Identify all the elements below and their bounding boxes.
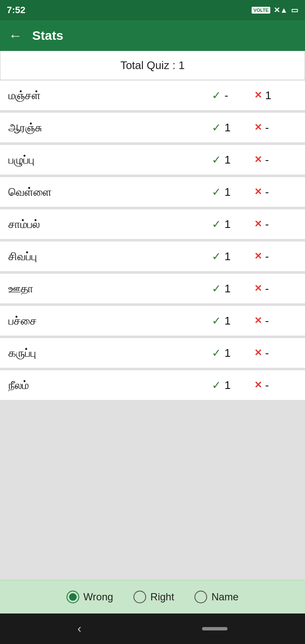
table-row: சிவப்பு ✓ 1 ✕ - xyxy=(0,241,305,272)
wrong-value: - xyxy=(265,218,269,231)
cross-icon: ✕ xyxy=(254,219,262,230)
check-icon: ✓ xyxy=(212,314,221,328)
app-bar: ← Stats xyxy=(0,20,305,51)
row-name: சாம்பல் xyxy=(8,218,212,231)
back-button[interactable]: ← xyxy=(8,28,22,44)
table-row: பழுப்பு ✓ 1 ✕ - xyxy=(0,144,305,175)
row-name: பழுப்பு xyxy=(8,153,212,167)
wrong-value: - xyxy=(265,379,269,392)
row-wrong: ✕ - xyxy=(254,347,297,360)
wrong-value: - xyxy=(265,186,269,199)
row-name: சிவப்பு xyxy=(8,250,212,263)
correct-value: 1 xyxy=(225,186,230,199)
nav-home-button[interactable] xyxy=(202,627,227,630)
filter-right[interactable]: Right xyxy=(133,591,174,603)
correct-value: 1 xyxy=(225,347,230,360)
filter-name-label: Name xyxy=(211,591,238,603)
row-name: வெள்ளை xyxy=(8,186,212,199)
correct-value: 1 xyxy=(225,153,230,167)
row-correct: ✓ 1 xyxy=(212,379,254,392)
check-icon: ✓ xyxy=(212,379,221,392)
correct-value: 1 xyxy=(225,379,230,392)
correct-value: 1 xyxy=(225,282,230,295)
row-name: பச்சை xyxy=(8,314,212,328)
bottom-filter-bar: Wrong Right Name xyxy=(0,580,305,613)
filter-right-label: Right xyxy=(150,591,174,603)
cross-icon: ✕ xyxy=(254,154,262,165)
table-row: கருப்பு ✓ 1 ✕ - xyxy=(0,338,305,368)
signal-icon: ✕▲ xyxy=(274,6,288,15)
wrong-value: - xyxy=(265,282,269,295)
table-row: ஆரஞ்சு ✓ 1 ✕ - xyxy=(0,112,305,143)
quiz-rows-container: மஞ்சள் ✓ - ✕ 1 ஆரஞ்சு ✓ 1 ✕ - பழுப்பு ✓ xyxy=(0,80,305,400)
correct-value: 1 xyxy=(225,314,230,328)
row-name: ஊதா xyxy=(8,282,212,295)
table-row: வெள்ளை ✓ 1 ✕ - xyxy=(0,177,305,207)
status-icons: VOLTE ✕▲ ▭ xyxy=(252,6,298,15)
navigation-bar: ‹ xyxy=(0,613,305,644)
row-correct: ✓ 1 xyxy=(212,121,254,134)
check-icon: ✓ xyxy=(212,347,221,360)
row-correct: ✓ 1 xyxy=(212,186,254,199)
correct-value: - xyxy=(225,89,228,102)
table-row: பச்சை ✓ 1 ✕ - xyxy=(0,305,305,336)
cross-icon: ✕ xyxy=(254,347,262,358)
nav-back-button[interactable]: ‹ xyxy=(78,622,81,636)
correct-value: 1 xyxy=(225,121,230,134)
filter-wrong-label: Wrong xyxy=(83,591,113,603)
cross-icon: ✕ xyxy=(254,186,262,197)
row-wrong: ✕ - xyxy=(254,218,297,231)
row-name: மஞ்சள் xyxy=(8,89,212,102)
filter-wrong[interactable]: Wrong xyxy=(67,591,113,603)
cross-icon: ✕ xyxy=(254,90,262,101)
row-correct: ✓ 1 xyxy=(212,282,254,295)
row-name: ஆரஞ்சு xyxy=(8,121,212,134)
table-row: சாம்பல் ✓ 1 ✕ - xyxy=(0,209,305,239)
table-row: நீலம் ✓ 1 ✕ - xyxy=(0,370,305,400)
row-correct: ✓ 1 xyxy=(212,314,254,328)
table-row: ஊதா ✓ 1 ✕ - xyxy=(0,273,305,304)
check-icon: ✓ xyxy=(212,250,221,263)
check-icon: ✓ xyxy=(212,282,221,295)
filter-wrong-radio[interactable] xyxy=(67,591,79,603)
filter-name-radio[interactable] xyxy=(194,591,207,603)
row-correct: ✓ 1 xyxy=(212,218,254,231)
page-title: Stats xyxy=(32,28,63,43)
wrong-value: - xyxy=(265,250,269,263)
status-bar: 7:52 VOLTE ✕▲ ▭ xyxy=(0,0,305,20)
wrong-value: - xyxy=(265,121,269,134)
row-correct: ✓ 1 xyxy=(212,347,254,360)
filter-right-radio[interactable] xyxy=(133,591,146,603)
row-wrong: ✕ - xyxy=(254,282,297,295)
row-name: கருப்பு xyxy=(8,347,212,360)
total-quiz-label: Total Quiz : 1 xyxy=(120,59,185,72)
row-correct: ✓ 1 xyxy=(212,250,254,263)
row-name: நீலம் xyxy=(8,379,212,392)
volte-icon: VOLTE xyxy=(252,7,270,14)
table-row: மஞ்சள் ✓ - ✕ 1 xyxy=(0,80,305,111)
row-wrong: ✕ - xyxy=(254,314,297,328)
row-wrong: ✕ - xyxy=(254,121,297,134)
row-wrong: ✕ 1 xyxy=(254,89,297,102)
wrong-value: - xyxy=(265,347,269,360)
filter-name[interactable]: Name xyxy=(194,591,238,603)
row-wrong: ✕ - xyxy=(254,250,297,263)
row-correct: ✓ - xyxy=(212,89,254,102)
row-correct: ✓ 1 xyxy=(212,153,254,167)
cross-icon: ✕ xyxy=(254,380,262,391)
wrong-value: 1 xyxy=(265,89,271,102)
correct-value: 1 xyxy=(225,250,230,263)
check-icon: ✓ xyxy=(212,153,221,167)
cross-icon: ✕ xyxy=(254,122,262,133)
status-time: 7:52 xyxy=(7,5,25,16)
content-area: Total Quiz : 1 மஞ்சள் ✓ - ✕ 1 ஆரஞ்சு ✓ 1… xyxy=(0,51,305,580)
cross-icon: ✕ xyxy=(254,283,262,294)
battery-icon: ▭ xyxy=(291,6,298,15)
row-wrong: ✕ - xyxy=(254,153,297,167)
total-quiz-header: Total Quiz : 1 xyxy=(0,51,305,80)
check-icon: ✓ xyxy=(212,89,221,102)
cross-icon: ✕ xyxy=(254,315,262,326)
row-wrong: ✕ - xyxy=(254,186,297,199)
check-icon: ✓ xyxy=(212,121,221,134)
row-wrong: ✕ - xyxy=(254,379,297,392)
